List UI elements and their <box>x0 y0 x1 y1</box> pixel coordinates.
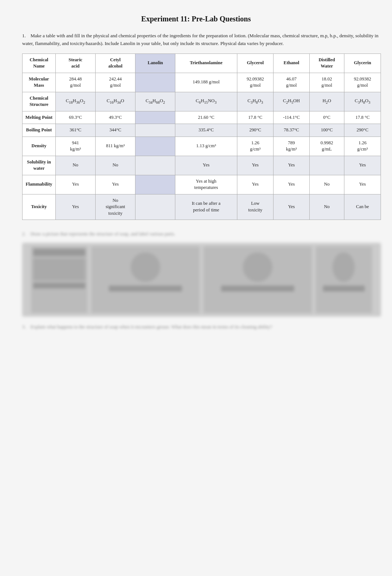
glycerol-solubility: Yes <box>237 156 274 175</box>
distwater-mol-mass: 18.02g/mol <box>309 73 344 92</box>
question-1-text: 1. Make a table with and fill in the phy… <box>22 32 381 48</box>
table-row: Toxicity Yes Nosignificanttoxicity It ca… <box>23 194 381 220</box>
lanolin-density <box>135 137 175 156</box>
chemistry-table: ChemicalName Stearicacid Cetylalcohol La… <box>22 54 381 220</box>
glycerol-flammability: Yes <box>237 175 274 194</box>
lanolin-solubility <box>135 156 175 175</box>
ethanol-mp: -114.1°C <box>274 111 309 124</box>
table-row: Density 941kg/m³ 811 kg/m³ 1.13 g/cm³ 1.… <box>23 137 381 156</box>
q3-body: Explain what happens to the structure of… <box>31 324 272 330</box>
stearic-flammability: Yes <box>56 175 96 194</box>
row-label-toxicity: Toxicity <box>23 194 56 220</box>
triethanol-density: 1.13 g/cm³ <box>175 137 237 156</box>
table-row: Solubility in water No No Yes Yes Yes Ye… <box>23 156 381 175</box>
glycerin-mp: 17.8 °C <box>344 111 381 124</box>
ethanol-density: 789kg/m³ <box>274 137 309 156</box>
cetyl-mp: 49.3°C <box>95 111 135 124</box>
stearic-toxicity: Yes <box>56 194 96 220</box>
stearic-acid-name: Stearicacid <box>56 54 96 73</box>
row-label-solubility: Solubility in water <box>23 156 56 175</box>
stearic-solubility: No <box>56 156 96 175</box>
ethanol-flammability: Yes <box>274 175 309 194</box>
stearic-bp: 361°C <box>56 124 96 137</box>
question-1-block: 1. Make a table with and fill in the phy… <box>22 32 381 220</box>
lanolin-mp <box>135 111 175 124</box>
glycerin-flammability: Yes <box>344 175 381 194</box>
page-title: Experiment 11: Pre-Lab Questions <box>11 15 381 23</box>
q2-number: 2. <box>22 231 26 237</box>
distwater-solubility <box>309 156 344 175</box>
triethanol-bp: 335.4°C <box>175 124 237 137</box>
cetyl-mol-mass: 242.44g/mol <box>95 73 135 92</box>
ethanol-bp: 78.37°C <box>274 124 309 137</box>
triethanol-structure: C6H15NO3 <box>175 92 237 111</box>
lanolin-flammability <box>135 175 175 194</box>
lanolin-bp <box>135 124 175 137</box>
stearic-structure: C18H36O2 <box>56 92 96 111</box>
row-label-molecular-mass: MolecularMass <box>23 73 56 92</box>
table-row: MolecularMass 284.48g/mol 242.44g/mol 14… <box>23 73 381 92</box>
table-row: Flammability Yes Yes Yes at hightemperat… <box>23 175 381 194</box>
row-label-chemical-name: ChemicalName <box>23 54 56 73</box>
cetyl-solubility: No <box>95 156 135 175</box>
q2-body: Draw a picture that represents the struc… <box>31 231 175 237</box>
distwater-structure: H2O <box>309 92 344 111</box>
q3-number: 3. <box>22 324 26 330</box>
glycerol-structure: C3H8O3 <box>237 92 274 111</box>
cetyl-structure: C16H34O <box>95 92 135 111</box>
lanolin-structure: C34H68O2 <box>135 92 175 111</box>
distwater-toxicity: No <box>309 194 344 220</box>
triethanol-flammability: Yes at hightemperatures <box>175 175 237 194</box>
glycerin-name: Glycerin <box>344 54 381 73</box>
row-label-flammability: Flammability <box>23 175 56 194</box>
distwater-flammability: No <box>309 175 344 194</box>
glycerol-mp: 17.8 °C <box>237 111 274 124</box>
ethanol-structure: C2H5OH <box>274 92 309 111</box>
glycerol-mol-mass: 92.09382g/mol <box>237 73 274 92</box>
cetyl-flammability: Yes <box>95 175 135 194</box>
distilled-water-name: DistilledWater <box>309 54 344 73</box>
glycerin-solubility: Yes <box>344 156 381 175</box>
cetyl-toxicity: Nosignificanttoxicity <box>95 194 135 220</box>
cetyl-density: 811 kg/m³ <box>95 137 135 156</box>
q1-body: Make a table with and fill in the physic… <box>22 33 378 46</box>
glycerin-mol-mass: 92.09382g/mol <box>344 73 381 92</box>
triethanol-solubility: Yes <box>175 156 237 175</box>
table-row: ChemicalStructure C18H36O2 C16H34O C34H6… <box>23 92 381 111</box>
cetyl-alcohol-name: Cetylalcohol <box>95 54 135 73</box>
distwater-density: 0.9982g/mL <box>309 137 344 156</box>
cetyl-bp: 344°C <box>95 124 135 137</box>
question-3-block: 3. Explain what happens to the structure… <box>22 324 381 330</box>
row-label-chemical-structure: ChemicalStructure <box>23 92 56 111</box>
glycerin-structure: C3H8O3 <box>344 92 381 111</box>
q1-number: 1. <box>22 33 26 38</box>
stearic-density: 941kg/m³ <box>56 137 96 156</box>
glycerin-bp: 290°C <box>344 124 381 137</box>
table-row: ChemicalName Stearicacid Cetylalcohol La… <box>23 54 381 73</box>
triethanolamine-name: Triethanolamine <box>175 54 237 73</box>
question-3-text: 3. Explain what happens to the structure… <box>22 324 381 330</box>
row-label-boiling-point: Boiling Point <box>23 124 56 137</box>
ethanol-toxicity: Yes <box>274 194 309 220</box>
row-label-density: Density <box>23 137 56 156</box>
question-2-diagram <box>22 243 381 317</box>
glycerin-toxicity: Can be <box>344 194 381 220</box>
glycerol-bp: 290°C <box>237 124 274 137</box>
stearic-mp: 69.3°C <box>56 111 96 124</box>
ethanol-mol-mass: 46.07g/mol <box>274 73 309 92</box>
glycerol-density: 1.26g/cm³ <box>237 137 274 156</box>
triethanol-toxicity: It can be after aperiod of time <box>175 194 237 220</box>
lanolin-name: Lanolin <box>135 54 175 73</box>
question-2-text: 2. Draw a picture that represents the st… <box>22 231 381 237</box>
row-label-melting-point: Melting Point <box>23 111 56 124</box>
lanolin-mol-mass <box>135 73 175 92</box>
question-2-block: 2. Draw a picture that represents the st… <box>22 231 381 317</box>
triethanol-mol-mass: 149.188 g/mol <box>175 73 237 92</box>
triethanol-mp: 21.60 °C <box>175 111 237 124</box>
stearic-mol-mass: 284.48g/mol <box>56 73 96 92</box>
ethanol-solubility: Yes <box>274 156 309 175</box>
table-row: Melting Point 69.3°C 49.3°C 21.60 °C 17.… <box>23 111 381 124</box>
distwater-bp: 100°C <box>309 124 344 137</box>
table-row: Boiling Point 361°C 344°C 335.4°C 290°C … <box>23 124 381 137</box>
glycerin-density: 1.26g/cm³ <box>344 137 381 156</box>
